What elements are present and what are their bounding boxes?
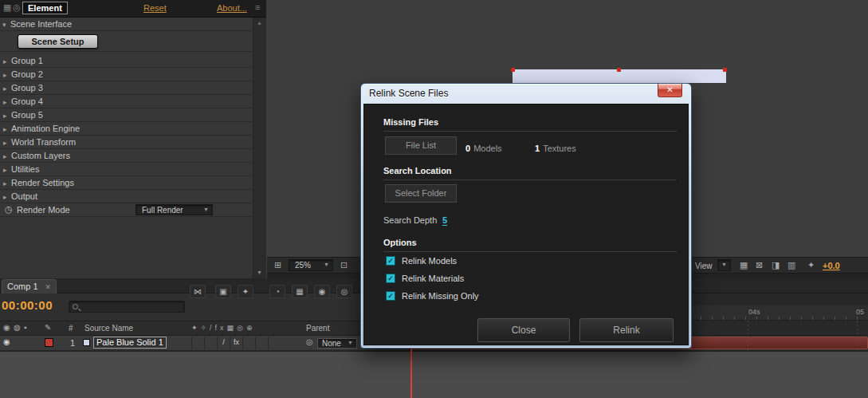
scene-setup-row: Scene Setup [0, 31, 253, 52]
search-input[interactable] [81, 302, 183, 311]
roi-icon[interactable]: ⊡ [340, 261, 348, 270]
expand-closed-icon[interactable]: ▸ [3, 98, 7, 106]
fx-switch[interactable]: fx [230, 337, 243, 349]
custom-layers-row[interactable]: ▸Custom Layers [0, 149, 253, 163]
live-update-icon[interactable]: ▣ [215, 285, 231, 298]
render-settings-row[interactable]: ▸Render Settings [0, 176, 253, 190]
about-link[interactable]: About... [217, 3, 247, 13]
layer-color-swatch[interactable] [45, 338, 53, 347]
reset-link[interactable]: Reset [143, 3, 167, 13]
current-timecode[interactable]: 00:00:00 [2, 298, 53, 312]
row-label: Output [11, 191, 37, 201]
motion-blur-icon[interactable]: ◉ [314, 285, 330, 298]
chevron-down-icon: ▼ [721, 262, 727, 267]
zoom-dropdown[interactable]: 25% ▼ [289, 259, 333, 271]
expand-closed-icon[interactable]: ▸ [3, 152, 7, 160]
draft-3d-icon[interactable]: ✦ [238, 285, 253, 298]
layer-eye-icon[interactable]: ◉ [3, 338, 10, 346]
search-location-heading: Search Location [383, 166, 452, 175]
relink-models-checkbox[interactable]: ✓ [386, 256, 395, 266]
switch-cell[interactable] [256, 337, 269, 349]
parent-dropdown[interactable]: None ▼ [317, 338, 357, 349]
ruler-label-4s: 04s [748, 308, 760, 316]
hide-shy-icon[interactable]: ◔ [269, 285, 285, 298]
expand-closed-icon[interactable]: ▸ [3, 166, 7, 174]
view-layout-icon[interactable]: ▦ [740, 261, 748, 270]
animation-engine-row[interactable]: ▸Animation Engine [0, 122, 253, 136]
options-heading: Options [383, 238, 417, 247]
relink-button[interactable]: Relink [579, 318, 674, 342]
expand-closed-icon[interactable]: ▸ [3, 85, 7, 93]
panel-menu-icon[interactable]: ≡ [255, 3, 260, 12]
scroll-up-icon[interactable]: ▲ [257, 20, 262, 26]
mini-flowchart-icon[interactable]: ⋈ [190, 285, 206, 298]
resolution-icon[interactable]: ▥ [787, 261, 795, 270]
group-row-2[interactable]: ▸Group 2 [0, 68, 253, 81]
file-list-button[interactable]: File List [385, 136, 457, 155]
selection-handle[interactable] [723, 68, 727, 72]
output-row[interactable]: ▸Output [0, 190, 253, 203]
expand-closed-icon[interactable]: ▸ [3, 57, 7, 65]
group-row-3[interactable]: ▸Group 3 [0, 81, 253, 95]
relink-materials-checkbox[interactable]: ✓ [386, 274, 395, 283]
switch-cell[interactable] [243, 337, 256, 349]
effect-controls-panel: ▦ ◎ Element Reset About... ≡ ▾ Scene Int… [0, 0, 266, 278]
column-parent[interactable]: Parent [306, 324, 329, 333]
search-depth-value[interactable]: 5 [442, 215, 447, 226]
grid-options-icon[interactable]: ⊞ [274, 261, 281, 270]
quality-switch[interactable]: / [218, 337, 230, 349]
view-dropdown[interactable]: ▼ [717, 259, 731, 271]
ruler-label-5s: 05 [856, 308, 864, 316]
tab-comp1[interactable]: Comp 1 ✕ [2, 279, 57, 294]
switch-cell[interactable] [192, 337, 205, 349]
effect-name[interactable]: Element [22, 2, 68, 14]
effect-panel-scrollbar[interactable]: ▲ ▼ [253, 18, 266, 278]
expand-closed-icon[interactable]: ▸ [3, 112, 7, 120]
frame-blend-icon[interactable]: ▦ [292, 285, 308, 298]
world-transform-row[interactable]: ▸World Transform [0, 136, 253, 149]
models-counter: 0Models [465, 140, 502, 155]
group-row-4[interactable]: ▸Group 4 [0, 95, 253, 108]
expand-closed-icon[interactable]: ▸ [3, 71, 7, 79]
row-label: Utilities [11, 164, 39, 174]
switch-cell[interactable] [205, 337, 218, 349]
relink-missing-only-checkbox[interactable]: ✓ [386, 291, 395, 301]
timeline-search[interactable] [69, 301, 185, 313]
selection-handle[interactable] [617, 68, 621, 72]
ruler-gridline [857, 321, 858, 351]
fast-preview-icon[interactable]: ✦ [807, 261, 815, 270]
exposure-value[interactable]: +0.0 [823, 261, 840, 270]
close-button[interactable]: Close [477, 318, 570, 342]
group-row-5[interactable]: ▸Group 5 [0, 108, 253, 122]
layer-row-1[interactable]: ◉ 1 Pale Blue Solid 1 /fx ◎ None ▼ [0, 336, 410, 351]
channels-icon[interactable]: ◨ [772, 261, 780, 270]
tab-close-icon[interactable]: ✕ [45, 283, 52, 291]
expand-closed-icon[interactable]: ▸ [3, 179, 7, 187]
textures-counter: 1Textures [535, 140, 576, 155]
expand-closed-icon[interactable]: ▸ [3, 139, 7, 147]
utilities-row[interactable]: ▸Utilities [0, 163, 253, 176]
select-folder-button[interactable]: Select Folder [385, 184, 457, 203]
expand-open-icon[interactable]: ▾ [2, 21, 6, 29]
relink-materials-label: Relink Materials [402, 274, 464, 283]
row-label: World Transform [11, 137, 76, 147]
scene-setup-button[interactable]: Scene Setup [18, 34, 98, 49]
layer-name[interactable]: Pale Blue Solid 1 [93, 337, 167, 349]
pickwhip-icon[interactable]: ◎ [306, 338, 313, 346]
models-label: Models [473, 144, 501, 153]
stopwatch-icon[interactable]: ◷ [5, 205, 13, 214]
expand-closed-icon[interactable]: ▸ [3, 193, 7, 201]
render-mode-dropdown[interactable]: Full Render ▼ [136, 204, 213, 215]
graph-editor-icon[interactable]: ◎ [336, 285, 352, 298]
expand-closed-icon[interactable]: ▸ [3, 125, 7, 133]
snapshot-icon[interactable]: ⊠ [756, 261, 763, 270]
group-row-1[interactable]: ▸Group 1 [0, 54, 253, 68]
scroll-down-icon[interactable]: ▼ [257, 270, 262, 275]
scene-interface-row[interactable]: ▾ Scene Interface [0, 18, 253, 31]
render-mode-row: ◷ Render Mode Full Render ▼ [0, 203, 253, 217]
column-source-name[interactable]: Source Name [84, 324, 133, 333]
chevron-down-icon: ▼ [348, 340, 353, 345]
layer-thumbnail-chip [83, 339, 90, 346]
selection-handle[interactable] [511, 68, 515, 72]
dialog-close-button[interactable]: ✕ [658, 84, 682, 97]
